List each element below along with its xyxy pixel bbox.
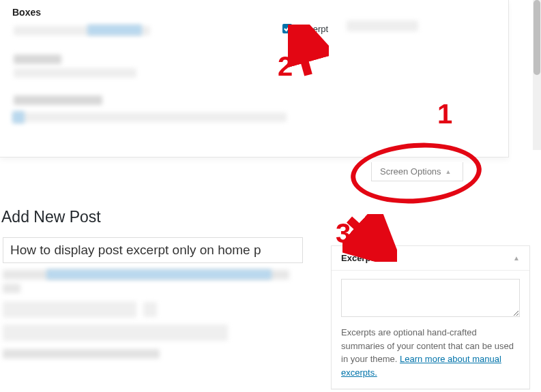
screen-options-heading: Boxes [12, 7, 41, 18]
blurred-checkbox-option [347, 20, 418, 31]
chevron-up-icon: ▲ [513, 254, 520, 262]
annotation-number-2: 2 [278, 51, 293, 82]
svg-line-1 [349, 220, 381, 248]
blurred-checkbox [12, 111, 25, 123]
excerpt-metabox: Excerpt ▲ Excerpts are optional hand-cra… [331, 245, 530, 389]
screen-options-panel: Boxes Excerpt [0, 0, 509, 157]
blurred-text [87, 25, 142, 35]
screen-options-toggle[interactable]: Screen Options ▲ [371, 162, 463, 181]
excerpt-checkbox-text: Excerpt [298, 24, 328, 34]
blurred-text [14, 95, 102, 105]
excerpt-metabox-title: Excerpt [341, 253, 374, 263]
excerpt-metabox-body: Excerpts are optional hand-crafted summa… [332, 271, 529, 389]
excerpt-metabox-header[interactable]: Excerpt ▲ [332, 246, 529, 271]
blurred-text [3, 349, 160, 359]
excerpt-checkbox-wrapper: Excerpt [280, 22, 328, 35]
excerpt-textarea[interactable] [341, 279, 520, 317]
chevron-up-icon: ▲ [445, 168, 452, 175]
blurred-text [14, 55, 61, 64]
blurred-editor-toolbar [3, 325, 228, 341]
blurred-permalink-link [46, 269, 272, 280]
scrollbar[interactable] [533, 0, 541, 150]
blurred-editor-toolbar [3, 301, 136, 318]
blurred-text [3, 284, 20, 293]
excerpt-description: Excerpts are optional hand-crafted summa… [341, 326, 520, 379]
page-title: Add New Post [1, 208, 101, 226]
blurred-text [14, 112, 287, 122]
excerpt-checkbox-label[interactable]: Excerpt [280, 22, 328, 35]
blurred-editor-toolbar [143, 302, 157, 317]
annotation-number-3: 3 [336, 218, 351, 249]
blurred-text [14, 68, 136, 78]
post-title-input[interactable] [3, 237, 303, 263]
scrollbar-thumb[interactable] [533, 0, 540, 75]
annotation-number-1: 1 [437, 99, 452, 130]
screen-options-toggle-label: Screen Options [380, 166, 441, 177]
excerpt-checkbox[interactable] [282, 24, 292, 33]
